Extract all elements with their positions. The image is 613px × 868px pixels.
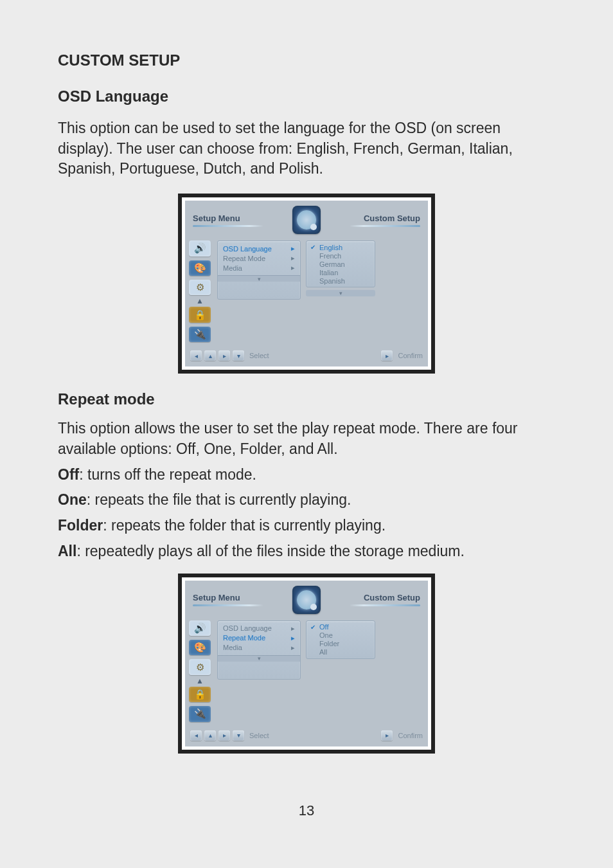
palette-icon: 🎨 (189, 640, 211, 655)
footer-confirm-hint: ▸ Confirm (381, 350, 423, 361)
figure-osd-language: Setup Menu Custom Setup 🔊 🎨 ⚙ ▲ 🔒 🔌 (178, 194, 435, 374)
setup-menu-label: Setup Menu (193, 593, 263, 606)
one-line: One: repeats the file that is currently … (58, 490, 555, 511)
palette-icon: 🎨 (189, 260, 211, 276)
menu-item-repeat-mode: Repeat Mode▸ (218, 253, 300, 263)
arrow-left-icon: ◂ (190, 730, 202, 741)
folder-line: Folder: repeats the folder that is curre… (58, 516, 555, 536)
custom-setup-label: Custom Setup (350, 213, 420, 227)
side-icons: 🔊 🎨 ⚙ ▲ 🔒 🔌 (189, 240, 212, 342)
speaker-icon: 🔊 (189, 240, 211, 256)
play-icon: ▸ (381, 350, 393, 361)
repeat-mode-heading: Repeat mode (58, 390, 555, 408)
off-line: Off: turns off the repeat mode. (58, 465, 555, 485)
repeat-mode-description: This option allows the user to set the p… (58, 419, 555, 459)
osd-language-description: This option can be used to set the langu… (58, 118, 555, 179)
arrow-left-icon: ◂ (190, 350, 202, 361)
option-italian: Italian (310, 268, 369, 276)
option-off: ✔ Off (310, 623, 369, 631)
osd-language-heading: OSD Language (58, 87, 555, 105)
option-english: ✔ English (310, 243, 369, 251)
play-icon: ▸ (381, 730, 393, 741)
lock-icon: 🔒 (189, 307, 211, 322)
menu-scroll-icon: ▾ (218, 275, 300, 282)
option-spanish: Spanish (310, 276, 369, 285)
arrow-down-icon: ▾ (233, 350, 244, 361)
arrow-right-icon: ▸ (218, 730, 230, 741)
menu-item-repeat-mode: Repeat Mode▸ (218, 633, 300, 643)
side-icons: 🔊 🎨 ⚙ ▲ 🔒 🔌 (189, 620, 212, 722)
option-all: All (310, 648, 369, 656)
settings-gear-icon (292, 586, 321, 614)
arrow-right-icon: ▸ (218, 350, 230, 361)
page-number: 13 (58, 802, 555, 819)
arrow-up-icon: ▴ (204, 350, 216, 361)
arrow-up-icon: ▴ (204, 730, 216, 741)
footer-confirm-hint: ▸ Confirm (381, 730, 423, 741)
section-header: CUSTOM SETUP (58, 51, 555, 69)
option-folder: Folder (310, 640, 369, 648)
menu-item-media: Media▸ (218, 263, 300, 273)
plug-icon: 🔌 (189, 706, 211, 721)
gear-icon: ⚙ (189, 280, 211, 295)
arrow-up-icon: ▲ (189, 676, 211, 683)
check-icon: ✔ (310, 244, 317, 251)
lock-icon: 🔒 (189, 687, 211, 702)
check-icon: ✔ (310, 624, 317, 631)
all-line: All: repeatedly plays all of the files i… (58, 541, 555, 562)
gear-icon: ⚙ (189, 659, 211, 674)
plug-icon: 🔌 (189, 327, 211, 342)
settings-gear-icon (292, 206, 321, 234)
menu-list: OSD Language▸ Repeat Mode▸ Media▸ ▾ (217, 240, 301, 300)
arrow-down-icon: ▾ (233, 730, 244, 741)
figure-repeat-mode: Setup Menu Custom Setup 🔊 🎨 ⚙ ▲ 🔒 🔌 (178, 574, 435, 754)
options-list: ✔ Off One Folder All (306, 620, 375, 722)
menu-list: OSD Language▸ Repeat Mode▸ Media▸ ▾ (217, 620, 301, 680)
custom-setup-label: Custom Setup (350, 593, 420, 606)
footer-select-hint: ◂ ▴ ▸ ▾ Select (190, 350, 269, 361)
arrow-up-icon: ▲ (189, 296, 211, 303)
option-one: One (310, 631, 369, 640)
menu-scroll-icon: ▾ (218, 655, 300, 662)
footer-select-hint: ◂ ▴ ▸ ▾ Select (190, 730, 269, 741)
menu-item-media: Media▸ (218, 643, 300, 653)
option-french: French (310, 251, 369, 260)
option-german: German (310, 260, 369, 268)
setup-menu-label: Setup Menu (193, 213, 263, 227)
menu-item-osd-language: OSD Language▸ (218, 624, 300, 633)
options-scroll-icon: ▾ (306, 290, 375, 296)
menu-item-osd-language: OSD Language▸ (218, 244, 300, 253)
options-list: ✔ English French German Italian Spanish … (306, 240, 375, 342)
speaker-icon: 🔊 (189, 620, 211, 636)
